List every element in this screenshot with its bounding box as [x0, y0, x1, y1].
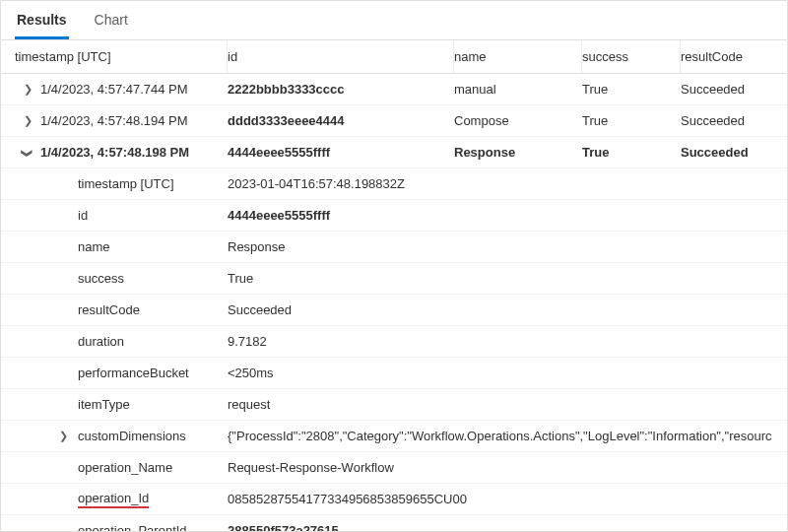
- detail-val-customdimensions: {"ProcessId":"2808","Category":"Workflow…: [228, 429, 787, 443]
- cell-timestamp: 1/4/2023, 4:57:47.744 PM: [40, 82, 188, 97]
- detail-val-operation-parentid: 288550f573a27615: [228, 523, 787, 532]
- detail-row: id 4444eeee5555ffff: [1, 200, 787, 232]
- detail-val-operation-name: Request-Response-Workflow: [228, 460, 787, 475]
- detail-key-performancebucket: performanceBucket: [1, 366, 228, 380]
- col-header-timestamp[interactable]: timestamp [UTC]: [1, 40, 228, 73]
- detail-key-operation-id: operation_Id: [1, 491, 228, 508]
- col-header-name[interactable]: name: [454, 40, 582, 73]
- cell-success: True: [582, 145, 681, 160]
- detail-key-operation-parentid: operation_ParentId: [1, 523, 228, 532]
- col-header-resultcode[interactable]: resultCode: [681, 40, 787, 73]
- detail-val-performancebucket: <250ms: [228, 366, 787, 380]
- detail-key-itemtype: itemType: [1, 397, 228, 412]
- cell-id: 2222bbbb3333cccc: [228, 82, 454, 97]
- cell-name: Compose: [454, 113, 582, 128]
- detail-val-resultcode: Succeeded: [228, 302, 787, 317]
- detail-row: itemType request: [1, 389, 787, 421]
- tab-results[interactable]: Results: [15, 4, 69, 39]
- detail-val-id: 4444eeee5555ffff: [228, 208, 787, 223]
- detail-key-timestamp: timestamp [UTC]: [1, 176, 228, 191]
- detail-val-name: Response: [228, 239, 787, 254]
- detail-row: performanceBucket <250ms: [1, 358, 787, 389]
- detail-row: duration 9.7182: [1, 326, 787, 358]
- detail-key-duration: duration: [1, 334, 228, 349]
- detail-key-success: success: [1, 271, 228, 286]
- cell-name: manual: [454, 82, 582, 97]
- detail-val-timestamp: 2023-01-04T16:57:48.198832Z: [228, 176, 787, 191]
- detail-row: success True: [1, 263, 787, 295]
- grid-header: timestamp [UTC] id name success resultCo…: [1, 40, 787, 74]
- table-row[interactable]: ❯ 1/4/2023, 4:57:47.744 PM 2222bbbb3333c…: [1, 74, 787, 105]
- cell-resultcode: Succeeded: [681, 113, 787, 128]
- detail-row: operation_Name Request-Response-Workflow: [1, 452, 787, 484]
- detail-val-success: True: [228, 271, 787, 286]
- cell-resultcode: Succeeded: [681, 82, 787, 97]
- cell-success: True: [582, 113, 681, 128]
- chevron-right-icon[interactable]: ❯: [23, 85, 33, 95]
- detail-key-name: name: [1, 239, 228, 254]
- col-header-success[interactable]: success: [582, 40, 681, 73]
- tab-bar: Results Chart: [1, 1, 787, 40]
- detail-val-itemtype: request: [228, 397, 787, 412]
- detail-row: name Response: [1, 232, 787, 263]
- cell-timestamp: 1/4/2023, 4:57:48.198 PM: [40, 145, 189, 160]
- detail-val-operation-id: 08585287554177334956853859655CU00: [228, 492, 787, 506]
- tab-chart[interactable]: Chart: [93, 4, 130, 39]
- detail-row: timestamp [UTC] 2023-01-04T16:57:48.1988…: [1, 168, 787, 200]
- col-header-id[interactable]: id: [228, 40, 454, 73]
- detail-val-duration: 9.7182: [228, 334, 787, 349]
- detail-row: operation_Id 085852875541773349568538596…: [1, 484, 787, 515]
- cell-id: dddd3333eeee4444: [228, 113, 454, 128]
- cell-id: 4444eeee5555ffff: [228, 145, 454, 160]
- cell-resultcode: Succeeded: [681, 145, 787, 160]
- cell-timestamp: 1/4/2023, 4:57:48.194 PM: [40, 113, 188, 128]
- detail-row[interactable]: ❯ customDimensions {"ProcessId":"2808","…: [1, 421, 787, 452]
- detail-row: operation_ParentId 288550f573a27615: [1, 515, 787, 532]
- table-row[interactable]: ❯ 1/4/2023, 4:57:48.194 PM dddd3333eeee4…: [1, 105, 787, 137]
- table-row-expanded[interactable]: ❯ 1/4/2023, 4:57:48.198 PM 4444eeee5555f…: [1, 137, 787, 168]
- detail-key-customdimensions: ❯ customDimensions: [1, 429, 228, 443]
- cell-success: True: [582, 82, 681, 97]
- detail-key-resultcode: resultCode: [1, 302, 228, 317]
- chevron-right-icon[interactable]: ❯: [58, 432, 68, 441]
- chevron-down-icon[interactable]: ❯: [23, 148, 33, 158]
- chevron-right-icon[interactable]: ❯: [23, 116, 33, 126]
- detail-key-operation-name: operation_Name: [1, 460, 228, 475]
- highlight-operation-id: operation_Id: [78, 491, 149, 508]
- detail-key-id: id: [1, 208, 228, 223]
- cell-name: Response: [454, 145, 582, 160]
- detail-row: resultCode Succeeded: [1, 295, 787, 326]
